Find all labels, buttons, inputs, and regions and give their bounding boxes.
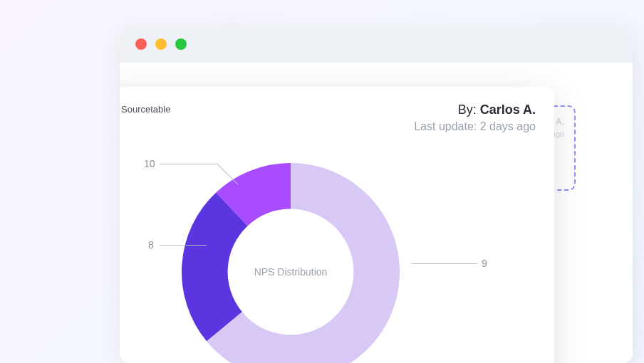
- slice-label-10: 10: [144, 158, 155, 169]
- leader-line: [412, 263, 477, 264]
- brand: Sourcetable: [120, 102, 170, 115]
- maximize-icon[interactable]: [175, 38, 187, 50]
- close-icon[interactable]: [135, 38, 147, 50]
- byline: By: Carlos A.: [414, 102, 536, 117]
- by-prefix: By:: [458, 102, 480, 117]
- browser-content: By: Carlos A. Last update: 2 days ago So…: [120, 63, 633, 363]
- by-author: Carlos A.: [480, 102, 536, 117]
- traffic-lights: [135, 38, 187, 50]
- brand-name: Sourcetable: [121, 104, 170, 115]
- chart-center-label: NPS Distribution: [170, 151, 412, 363]
- card-header: Sourcetable By: Carlos A. Last update: 2…: [120, 102, 536, 133]
- slice-label-9: 9: [482, 258, 487, 269]
- minimize-icon[interactable]: [155, 38, 167, 50]
- donut-chart: NPS Distribution: [170, 151, 412, 363]
- leader-line: [160, 164, 217, 164]
- report-card: Sourcetable By: Carlos A. Last update: 2…: [120, 87, 554, 363]
- card-meta: By: Carlos A. Last update: 2 days ago: [414, 102, 536, 133]
- updated-text: Last update: 2 days ago: [414, 120, 536, 133]
- window-titlebar: [120, 26, 633, 63]
- leader-line: [160, 245, 207, 246]
- browser-window: By: Carlos A. Last update: 2 days ago So…: [120, 26, 633, 363]
- slice-label-8: 8: [148, 239, 154, 251]
